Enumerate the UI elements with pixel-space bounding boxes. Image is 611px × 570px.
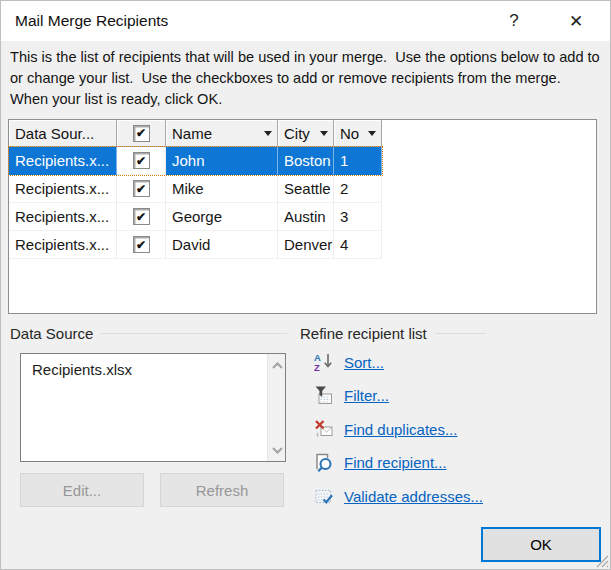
sort-az-icon: A Z [314, 352, 334, 372]
group-divider [435, 333, 486, 334]
mail-merge-recipients-dialog: Mail Merge Recipients ? ✕ This is the li… [0, 0, 611, 570]
cell-no: 1 [334, 147, 382, 175]
data-source-group-header: Data Source [10, 325, 287, 342]
find-duplicates-link-row[interactable]: Find duplicates... [314, 418, 457, 440]
checkbox-check-icon: ✔ [136, 211, 146, 223]
close-icon: ✕ [569, 11, 583, 32]
chevron-up-icon [272, 362, 283, 369]
checkbox-check-icon: ✔ [136, 183, 146, 195]
filter-icon [314, 385, 334, 405]
sort-link-row[interactable]: A Z Sort... [314, 351, 384, 373]
row-checkbox[interactable]: ✔ [133, 236, 150, 253]
svg-text:Z: Z [314, 362, 320, 372]
title-bar: Mail Merge Recipients ? ✕ [1, 1, 610, 41]
cell-data-source: Recipients.x... [9, 203, 117, 231]
table-row[interactable]: Recipients.x... ✔ Mike Seattle 2 [9, 175, 382, 203]
cell-checkbox: ✔ [117, 203, 166, 231]
cell-no: 3 [334, 203, 382, 231]
help-icon: ? [509, 11, 518, 31]
help-button[interactable]: ? [495, 1, 533, 41]
recipients-table: Data Sour... ✔ Name City No Recipients.x… [8, 119, 597, 314]
filter-link[interactable]: Filter... [344, 387, 389, 404]
find-duplicates-link[interactable]: Find duplicates... [344, 421, 457, 438]
column-header-city[interactable]: City [278, 120, 334, 147]
checkbox-check-icon: ✔ [136, 127, 146, 139]
filter-link-row[interactable]: Filter... [314, 384, 389, 406]
validate-addresses-link-row[interactable]: Validate addresses... [314, 485, 483, 507]
find-duplicates-icon [314, 419, 334, 439]
cell-city: Boston [278, 147, 334, 175]
cell-name: David [166, 231, 278, 259]
table-row[interactable]: Recipients.x... ✔ David Denver 4 [9, 231, 382, 259]
cell-data-source: Recipients.x... [9, 147, 117, 175]
refine-group-header: Refine recipient list [300, 325, 486, 342]
ok-button[interactable]: OK [481, 527, 601, 562]
row-checkbox[interactable]: ✔ [133, 208, 150, 225]
data-source-list-item[interactable]: Recipients.xlsx [21, 354, 267, 378]
cell-name: John [166, 147, 278, 175]
scroll-up-button[interactable] [268, 356, 286, 374]
resize-grip[interactable] [596, 555, 609, 568]
cell-city: Denver [278, 231, 334, 259]
select-all-checkbox[interactable]: ✔ [133, 125, 150, 142]
table-header-row: Data Sour... ✔ Name City No [9, 120, 596, 147]
find-recipient-link-row[interactable]: Find recipient... [314, 451, 447, 473]
cell-no: 4 [334, 231, 382, 259]
dialog-title: Mail Merge Recipients [15, 1, 168, 41]
column-header-name[interactable]: Name [166, 120, 278, 147]
chevron-down-icon[interactable] [320, 131, 328, 136]
listbox-scrollbar[interactable] [267, 354, 285, 461]
chevron-down-icon [272, 447, 283, 454]
data-source-listbox[interactable]: Recipients.xlsx [20, 353, 286, 462]
group-divider [101, 333, 287, 334]
cell-checkbox: ✔ [117, 175, 166, 203]
checkbox-check-icon: ✔ [136, 239, 146, 251]
edit-button[interactable]: Edit... [20, 473, 144, 507]
data-source-label: Data Source [10, 325, 93, 342]
sort-link[interactable]: Sort... [344, 354, 384, 371]
cell-data-source: Recipients.x... [9, 175, 117, 203]
column-header-data-source[interactable]: Data Sour... [9, 120, 117, 147]
dialog-description: This is the list of recipients that will… [10, 47, 605, 110]
select-all-header[interactable]: ✔ [117, 120, 166, 147]
validate-addresses-icon [314, 486, 334, 506]
validate-addresses-link[interactable]: Validate addresses... [344, 488, 483, 505]
cell-city: Seattle [278, 175, 334, 203]
row-checkbox[interactable]: ✔ [133, 180, 150, 197]
find-recipient-link[interactable]: Find recipient... [344, 454, 447, 471]
refine-list-label: Refine recipient list [300, 325, 427, 342]
table-row[interactable]: Recipients.x... ✔ John Boston 1 [9, 147, 382, 175]
cell-checkbox: ✔ [117, 147, 166, 175]
scroll-down-button[interactable] [268, 441, 286, 459]
chevron-down-icon[interactable] [264, 131, 272, 136]
find-recipient-icon [314, 452, 334, 472]
cell-checkbox: ✔ [117, 231, 166, 259]
checkbox-check-icon: ✔ [136, 155, 146, 167]
close-button[interactable]: ✕ [557, 1, 595, 41]
table-row[interactable]: Recipients.x... ✔ George Austin 3 [9, 203, 382, 231]
cell-name: Mike [166, 175, 278, 203]
cell-no: 2 [334, 175, 382, 203]
refresh-button[interactable]: Refresh [160, 473, 284, 507]
column-header-no[interactable]: No [334, 120, 382, 147]
cell-data-source: Recipients.x... [9, 231, 117, 259]
chevron-down-icon[interactable] [368, 131, 376, 136]
cell-name: George [166, 203, 278, 231]
cell-city: Austin [278, 203, 334, 231]
row-checkbox[interactable]: ✔ [133, 152, 150, 169]
